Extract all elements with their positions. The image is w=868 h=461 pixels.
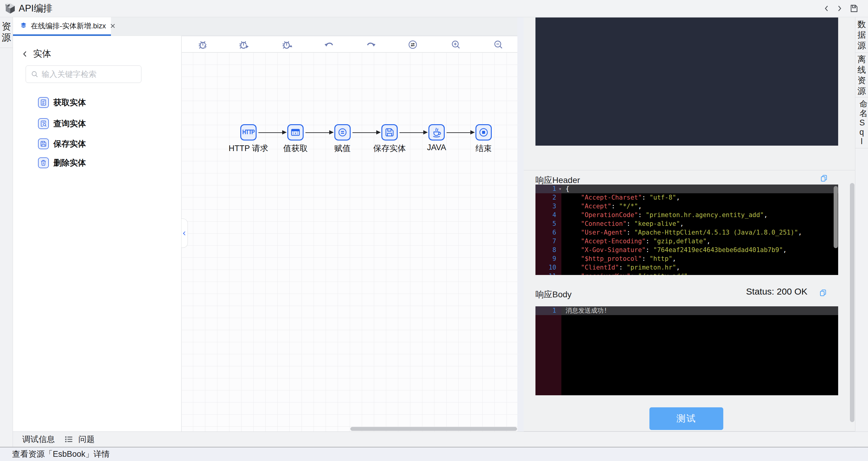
debug-inspector-panel: 响应Header 1▾234567891011 { "Accept-Charse… — [524, 17, 855, 431]
app-header: API编排 — [0, 0, 868, 17]
debug-lightning-icon — [198, 39, 209, 50]
palette-title: 实体 — [33, 48, 51, 60]
java-node-icon — [431, 127, 442, 137]
code-line: "Connection": "keep-alive", — [561, 219, 838, 228]
palette-item-label: 删除实体 — [53, 157, 86, 168]
response-body-editor[interactable]: 1 消息发送成功! — [535, 306, 838, 395]
debug-run-icon — [239, 39, 250, 50]
flow-node-http-request[interactable]: HTTP — [240, 124, 256, 141]
assign-node-icon — [337, 127, 348, 137]
end-node-icon — [478, 127, 489, 137]
fold-icon[interactable]: ▾ — [559, 185, 561, 193]
flow-arrow — [400, 130, 428, 135]
palette-item-label: 查询实体 — [53, 118, 86, 129]
right-rail-tab-named-sql[interactable]: 命名Sql — [855, 97, 868, 148]
bottom-tab-problems-label: 问题 — [79, 434, 95, 445]
line-number: 3 — [535, 202, 561, 211]
http-node-icon: HTTP — [242, 129, 254, 136]
app-window: API编排 资源 — [0, 0, 868, 461]
flow-arrow — [352, 130, 381, 135]
page-title: API编排 — [19, 0, 53, 17]
line-number: 1▾ — [535, 185, 561, 193]
copy-icon[interactable] — [820, 174, 828, 182]
search-input[interactable] — [41, 70, 132, 79]
inspector-scrollbar[interactable] — [850, 183, 855, 422]
right-rail-tab-label: 命名Sql — [860, 99, 864, 146]
canvas-horizontal-scrollbar[interactable] — [350, 427, 517, 431]
problems-list-icon — [64, 435, 73, 444]
code-line: { — [561, 185, 838, 193]
query-entity-icon — [38, 118, 49, 129]
zoom-out-button[interactable] — [493, 39, 504, 50]
left-rail-tab-resources[interactable]: 资源 — [0, 21, 13, 48]
redo-button[interactable] — [365, 39, 376, 50]
debug-run-button[interactable] — [239, 39, 250, 50]
panel-splitter[interactable] — [517, 17, 524, 431]
palette-item-get-entity[interactable]: 获取实体 — [38, 96, 165, 109]
test-button[interactable]: 测试 — [649, 407, 723, 430]
palette-item-save-entity[interactable]: 保存实体 — [38, 137, 165, 150]
nav-forward-button[interactable] — [835, 4, 844, 13]
palette-panel: 实体 获取实体 — [13, 36, 182, 431]
code-line: "OperationCode": "primeton.hr.agency.ent… — [561, 211, 838, 219]
flow-canvas[interactable]: HTTP HTTP 请求 (x) 值获取 赋值 — [182, 53, 517, 431]
tab-active-document[interactable]: 在线编排-实体新增.bizx — [13, 17, 111, 36]
line-number: 6 — [535, 228, 561, 237]
zoom-in-icon — [451, 39, 461, 50]
close-icon[interactable] — [109, 22, 117, 30]
line-number: 5 — [535, 219, 561, 228]
editor-gutter: 1▾234567891011 — [535, 185, 561, 275]
code-line: "$http_protocol": "http", — [561, 254, 838, 263]
zoom-out-icon — [493, 39, 503, 50]
bottom-tab-problems[interactable]: 问题 — [64, 432, 95, 447]
line-number: 10 — [535, 263, 561, 272]
zoom-in-button[interactable] — [451, 39, 461, 50]
tab-title: 在线编排-实体新增.bizx — [31, 21, 106, 31]
palette-item-delete-entity[interactable]: 删除实体 — [38, 156, 165, 170]
flow-node-assign[interactable] — [334, 124, 351, 141]
status-bar: 查看资源「EsbBook」详情 — [0, 447, 868, 461]
canvas-toolbar — [182, 36, 517, 53]
undo-button[interactable] — [324, 39, 335, 50]
debug-step-button[interactable] — [282, 39, 293, 50]
flow-node-value-get[interactable]: (x) — [287, 124, 304, 141]
debug-step-icon — [282, 39, 293, 50]
copy-icon[interactable] — [819, 289, 827, 297]
tab-bar: 在线编排-实体新增.bizx — [13, 17, 517, 36]
code-line: "Accept": "*/*", — [561, 202, 838, 211]
flow-node-save-entity[interactable] — [381, 124, 398, 141]
flow-node-java[interactable] — [428, 124, 445, 141]
code-line: 消息发送成功! — [561, 306, 838, 315]
response-body-label: 响应Body — [535, 289, 571, 300]
save-entity-icon — [38, 139, 49, 149]
nav-back-button[interactable] — [822, 4, 832, 13]
save-entity-node-icon — [384, 127, 395, 137]
swap-button[interactable] — [407, 39, 418, 50]
response-header-editor[interactable]: 1▾234567891011 { "Accept-Charset": "utf-… — [535, 185, 838, 275]
back-chevron-icon[interactable] — [21, 50, 29, 58]
swap-icon — [408, 39, 418, 50]
line-number: 9 — [535, 254, 561, 263]
chevron-left-icon — [823, 4, 831, 12]
status-bar-text[interactable]: 查看资源「EsbBook」详情 — [12, 448, 110, 461]
code-line: "User-Agent": "Apache-HttpClient/4.5.13 … — [561, 228, 838, 237]
collapse-panel-handle[interactable] — [182, 219, 188, 248]
save-button[interactable] — [849, 4, 859, 13]
flow-node-end[interactable] — [475, 124, 492, 141]
editor-scrollbar[interactable] — [834, 186, 838, 248]
search-icon — [31, 70, 39, 78]
palette-item-query-entity[interactable]: 查询实体 — [38, 117, 165, 130]
request-editor-area[interactable] — [535, 18, 838, 146]
left-rail-tab-label: 资源 — [1, 21, 11, 43]
undo-icon — [324, 39, 335, 50]
debug-lightning-button[interactable] — [198, 39, 209, 50]
right-rail-tab-datasource[interactable]: 数据源 — [855, 17, 868, 53]
bottom-tab-debug-info[interactable]: 调试信息 — [22, 432, 55, 447]
save-icon — [849, 4, 858, 13]
left-rail: 资源 — [0, 17, 13, 447]
code-line: "Accept-Encoding": "gzip,deflate", — [561, 237, 838, 246]
delete-entity-icon — [38, 157, 49, 168]
palette-item-label: 获取实体 — [53, 97, 86, 108]
right-rail-tab-offline-resources[interactable]: 离线资源 — [855, 53, 868, 97]
code-line: "X-Gov-Signature": "764eaf2419ec4643bebe… — [561, 246, 838, 254]
